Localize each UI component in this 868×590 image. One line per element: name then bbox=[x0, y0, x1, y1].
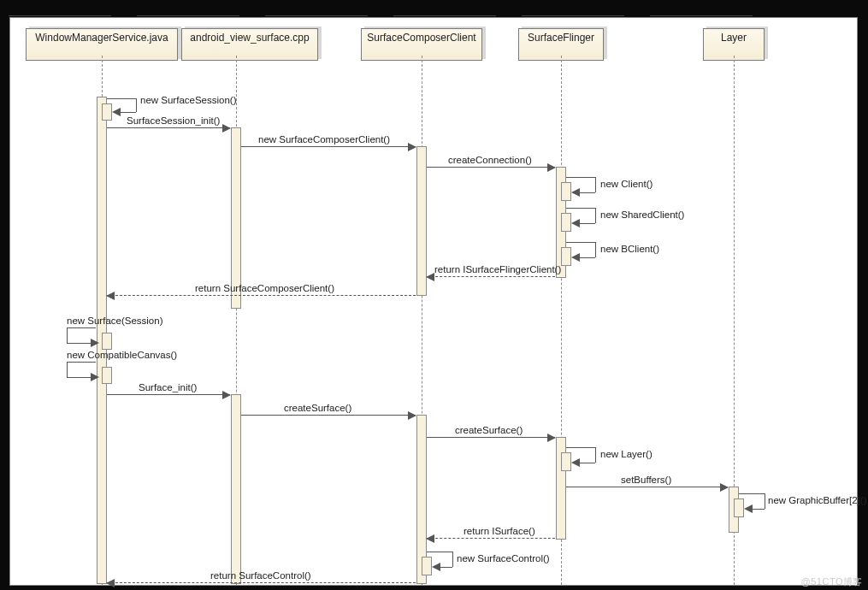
msg-label: SurfaceSession_init() bbox=[127, 115, 220, 126]
msg-surfacesession-init bbox=[107, 127, 230, 128]
activation-sf-self bbox=[561, 182, 571, 201]
msg-surface-init bbox=[107, 394, 230, 395]
msg-return-scc bbox=[107, 295, 416, 296]
participant-wms: WindowManagerService.java bbox=[26, 23, 178, 56]
msg-label: new GraphicBuffer[2]() bbox=[768, 495, 866, 505]
msg-label: setBuffers() bbox=[621, 475, 671, 485]
tab-placeholder bbox=[137, 0, 239, 16]
participant-label: SurfaceComposerClient bbox=[367, 32, 475, 44]
activation-sf-self bbox=[561, 452, 571, 471]
tab-placeholder bbox=[265, 0, 368, 16]
activation-sf-self bbox=[561, 247, 571, 266]
participant-avs: android_view_surface.cpp bbox=[181, 23, 318, 56]
msg-label: createConnection() bbox=[448, 155, 532, 165]
msg-label: new CompatibleCanvas() bbox=[67, 350, 177, 360]
msg-label: return SurfaceComposerClient() bbox=[195, 283, 334, 293]
participant-label: android_view_surface.cpp bbox=[190, 32, 309, 44]
participant-scc: SurfaceComposerClient bbox=[361, 23, 482, 56]
activation-wms-self bbox=[102, 333, 112, 350]
msg-label: new Surface(Session) bbox=[67, 316, 163, 326]
msg-return-isurface bbox=[427, 538, 555, 539]
msg-label: return ISurface() bbox=[464, 526, 535, 536]
msg-createsurface-2 bbox=[427, 437, 555, 438]
msg-label: new SharedClient() bbox=[600, 209, 684, 220]
msg-new-scc bbox=[241, 146, 416, 147]
activation-scc-self bbox=[422, 557, 432, 575]
msg-setbuffers bbox=[566, 487, 728, 487]
msg-label: new SurfaceControl() bbox=[457, 553, 550, 563]
msg-return-isfc bbox=[427, 276, 555, 277]
msg-label: return ISurfaceFlingerClient() bbox=[434, 264, 561, 274]
msg-label: new SurfaceComposerClient() bbox=[258, 134, 390, 145]
msg-label: createSurface() bbox=[284, 403, 351, 413]
participant-sf: SurfaceFlinger bbox=[518, 23, 604, 56]
activation-wms-self bbox=[102, 367, 112, 384]
tab-strip bbox=[9, 0, 859, 15]
activation-layer-self bbox=[734, 499, 744, 517]
participant-label: Layer bbox=[721, 32, 747, 44]
msg-createconnection bbox=[427, 167, 555, 168]
msg-return-surfacecontrol bbox=[107, 582, 416, 583]
msg-label: new Client() bbox=[600, 179, 652, 189]
sequence-diagram-canvas: WindowManagerService.java android_view_s… bbox=[9, 17, 858, 586]
activation-avs-2 bbox=[231, 394, 241, 584]
msg-label: createSurface() bbox=[455, 425, 523, 435]
tab-placeholder bbox=[393, 0, 496, 16]
participant-label: WindowManagerService.java bbox=[35, 32, 168, 44]
page-root: WindowManagerService.java android_view_s… bbox=[0, 0, 868, 590]
activation-sf-self bbox=[561, 213, 571, 232]
tab-placeholder bbox=[522, 0, 624, 16]
participant-layer: Layer bbox=[703, 23, 765, 56]
msg-createsurface-1 bbox=[241, 415, 416, 416]
msg-label: new BClient() bbox=[600, 244, 659, 254]
activation-avs-1 bbox=[231, 127, 241, 309]
tab-placeholder bbox=[9, 0, 111, 16]
msg-label: return SurfaceControl() bbox=[210, 570, 311, 581]
msg-label: new SurfaceSession() bbox=[140, 95, 237, 105]
msg-label: Surface_init() bbox=[139, 382, 197, 392]
tab-placeholder bbox=[650, 0, 753, 16]
msg-label: new Layer() bbox=[600, 449, 652, 459]
activation-wms-self bbox=[102, 103, 112, 121]
participant-label: SurfaceFlinger bbox=[528, 32, 594, 44]
